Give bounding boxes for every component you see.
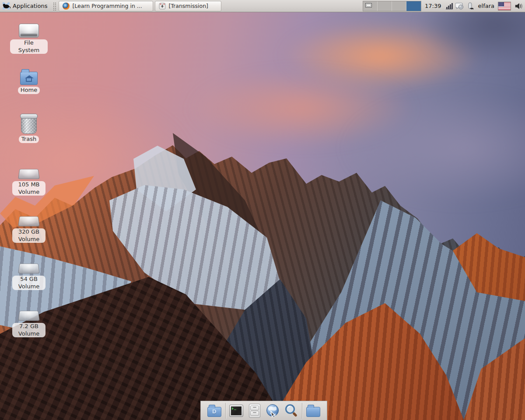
applications-menu[interactable]: Applications [0, 0, 51, 12]
desktop-icon-label: File System [10, 39, 48, 54]
desktop-icon-file-system[interactable]: File System [7, 24, 51, 54]
top-panel: Applications [Learn Programming in ... [… [0, 0, 525, 12]
directory-menu-folder-icon: D [207, 407, 221, 417]
desktop-icon-label: 320 GB Volume [12, 228, 46, 243]
desktop-icon-label: 105 MB Volume [12, 181, 46, 196]
dock-terminal-launcher[interactable] [229, 403, 244, 418]
desktop-icon-label: 54 GB Volume [12, 276, 46, 290]
taskbar-window-label: [Transmission] [168, 3, 208, 9]
applications-menu-label: Applications [13, 3, 47, 9]
volume-drive-icon [18, 311, 40, 321]
network-monitor-icon[interactable] [445, 2, 454, 10]
firefox-icon [63, 3, 70, 10]
taskbar-window-transmission[interactable]: [Transmission] [155, 1, 221, 11]
desktop-icon-trash[interactable]: Trash [7, 116, 51, 143]
trash-can-icon [21, 116, 37, 134]
home-folder-icon [20, 72, 38, 85]
dock-web-browser-launcher[interactable] [266, 403, 280, 418]
system-tray [445, 2, 475, 10]
taskbar-window-learn-programming[interactable]: [Learn Programming in ... [59, 1, 153, 11]
clock[interactable]: 17:39 [425, 3, 441, 9]
desktop-icon-label: Trash [19, 136, 39, 143]
flag-canton [498, 2, 504, 7]
messenger-globe-icon[interactable] [455, 2, 464, 10]
keyboard-layout-us-flag[interactable] [498, 2, 511, 10]
dock-separator [302, 403, 302, 419]
desktop-icon-volume-320gb[interactable]: 320 GB Volume [7, 211, 51, 243]
dock-file-manager-launcher[interactable] [247, 403, 262, 418]
dock-directory-menu[interactable]: D [207, 403, 222, 418]
web-browser-globe-icon [266, 403, 280, 418]
dock-separator [225, 403, 226, 419]
panel-right: 17:39 [363, 0, 525, 12]
desktop-icon-label: 7.2 GB Volume [12, 323, 46, 337]
taskbar-window-label: [Learn Programming in ... [72, 3, 142, 9]
panel-left: Applications [Learn Programming in ... [… [0, 0, 363, 12]
house-glyph [25, 75, 33, 81]
workspace-4-active[interactable] [406, 1, 421, 11]
file-cabinet-icon [249, 404, 260, 418]
volume-drive-icon [18, 217, 40, 227]
magnifier-icon [284, 403, 299, 418]
desktop-icon-volume-72gb[interactable]: 7.2 GB Volume [7, 305, 51, 337]
dock-folder-launcher[interactable] [306, 403, 321, 418]
workspace-3[interactable] [392, 1, 406, 11]
dock-app-finder-launcher[interactable] [284, 403, 299, 418]
desktop-icon-volume-54gb[interactable]: 54 GB Volume [7, 258, 51, 290]
username-label: elfara [478, 3, 494, 9]
workspace-window-thumb [365, 3, 372, 7]
volume-drive-icon [18, 264, 40, 274]
bottom-dock-panel: D [200, 401, 327, 420]
transmission-icon [159, 3, 166, 10]
folder-icon [306, 407, 320, 417]
desktop-icon-volume-105mb[interactable]: 105 MB Volume [7, 164, 51, 196]
folder-emblem: D [212, 409, 217, 415]
workspace-pager [363, 1, 421, 11]
desktop: File System Home Trash 105 MB Volume 320… [0, 12, 525, 420]
terminal-icon [229, 405, 243, 417]
removable-device-icon[interactable] [466, 2, 475, 10]
workspace-1[interactable] [363, 1, 378, 11]
desktop-icon-home[interactable]: Home [7, 69, 51, 94]
volume-drive-icon [18, 169, 40, 179]
volume-speaker-icon[interactable] [514, 2, 523, 10]
xfce-logo-icon [2, 2, 10, 10]
hard-drive-icon [19, 24, 39, 38]
panel-separator-handle [52, 2, 56, 10]
workspace-2[interactable] [378, 1, 392, 11]
desktop-icon-label: Home [18, 87, 40, 94]
